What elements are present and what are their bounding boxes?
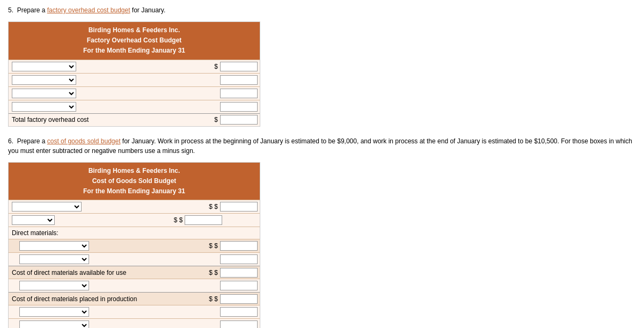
cogs-extra-row2-input-area: [218, 319, 260, 328]
table5-row3-input-area: [218, 88, 260, 99]
cogs-dm-placed-input[interactable]: [220, 294, 258, 304]
table5-title2: Factory Overhead Cost Budget: [11, 35, 258, 46]
table5-row2-input[interactable]: [220, 75, 258, 85]
cogs-extra-row2-select[interactable]: [19, 320, 89, 328]
table5-total-input-area: $: [211, 114, 260, 126]
cogs-row1-select[interactable]: [12, 202, 82, 212]
cogs-row2-input-area: $ $: [135, 214, 260, 226]
table5-row3-label: [9, 87, 218, 100]
factory-overhead-table: Birding Homes & Feeders Inc. Factory Ove…: [8, 21, 260, 127]
cogs-dm-row2-input[interactable]: [220, 254, 258, 264]
table5-row4-input-area: [218, 101, 260, 113]
table5-row-2: [9, 73, 260, 86]
cogs-table: Birding Homes & Feeders Inc. Cost of Goo…: [8, 162, 260, 328]
table5-row1-input[interactable]: [220, 62, 258, 71]
cogs-row2-label: [9, 214, 135, 227]
cogs-dm-row3-input[interactable]: [220, 281, 258, 290]
cogs-row1-input-area: $ $: [206, 201, 260, 213]
table5-row2-label: [9, 74, 218, 86]
table5-row2-select[interactable]: [12, 75, 76, 85]
table6-title3: For the Month Ending January 31: [11, 186, 258, 196]
table5-row-1: $: [9, 60, 260, 73]
cogs-row1-label: [9, 200, 206, 213]
table5-row3-input[interactable]: [220, 89, 258, 98]
cogs-extra-row1-select[interactable]: [19, 307, 89, 317]
cogs-dm-avail-input[interactable]: [220, 268, 258, 278]
cogs-dm-row1-dollar: $ $: [208, 242, 219, 250]
cogs-row2-dollar: $ $: [173, 216, 184, 224]
cogs-dm-row1-input[interactable]: [220, 241, 258, 251]
table5-row3-select[interactable]: [12, 89, 76, 98]
cogs-dm-placed-input-area: $ $: [206, 293, 260, 305]
table5-total-row: Total factory overhead cost $: [9, 113, 260, 126]
cogs-dm-row3-select[interactable]: [19, 281, 89, 290]
cogs-dm-placed-row: Cost of direct materials placed in produ…: [9, 292, 260, 305]
instruction-5: 5. Prepare a factory overhead cost budge…: [8, 5, 636, 15]
table5-header: Birding Homes & Feeders Inc. Factory Ove…: [9, 22, 260, 60]
table5-row1-input-area: $: [211, 61, 260, 72]
table6-title1: Birding Homes & Feeders Inc.: [11, 166, 258, 176]
cogs-row-2: $ $: [9, 213, 260, 227]
cogs-extra-row1-input-area: [218, 306, 260, 318]
table5-row-3: [9, 86, 260, 100]
cogs-extra-row1: [9, 305, 260, 318]
cogs-direct-materials-label: Direct materials:: [9, 227, 260, 239]
table5-row-4: [9, 100, 260, 113]
cogs-dm-row1-select[interactable]: [19, 241, 89, 251]
cogs-dm-row2-input-area: [218, 253, 260, 265]
table5-row1-select[interactable]: [12, 62, 76, 71]
cogs-dm-row1-label: [9, 239, 206, 252]
cogs-dm-placed-dollar: $ $: [208, 295, 219, 303]
cogs-dm-avail-input-area: $ $: [206, 267, 260, 279]
cogs-dm-row3: [9, 279, 260, 292]
cogs-dm-row2-select[interactable]: [19, 254, 89, 264]
cogs-dm-row3-input-area: [218, 280, 260, 291]
cogs-row-1: $ $: [9, 200, 260, 213]
cogs-extra-row1-label: [9, 305, 218, 318]
cogs-dm-placed-label: Cost of direct materials placed in produ…: [9, 294, 206, 304]
table5-total-input[interactable]: [220, 115, 258, 125]
cogs-row1-dollar1: $ $: [208, 203, 219, 210]
table5-row2-input-area: [218, 74, 260, 86]
cogs-dm-row3-label: [9, 279, 218, 292]
factory-overhead-link[interactable]: factory overhead cost budget: [47, 6, 130, 14]
table5-total-dollar: $: [213, 116, 219, 123]
cogs-dm-row1-input-area: $ $: [206, 240, 260, 252]
cogs-row2-input[interactable]: [185, 215, 222, 225]
table6-header: Birding Homes & Feeders Inc. Cost of Goo…: [9, 163, 260, 200]
cogs-extra-row2: [9, 318, 260, 328]
cogs-link[interactable]: cost of goods sold budget: [47, 137, 121, 145]
table5-row4-label: [9, 100, 218, 113]
cogs-row2-select[interactable]: [12, 215, 55, 225]
cogs-dm-avail-row: Cost of direct materials available for u…: [9, 266, 260, 279]
cogs-dm-avail-label: Cost of direct materials available for u…: [9, 267, 206, 278]
table5-row1-label: [9, 60, 211, 73]
table5-row4-input[interactable]: [220, 102, 258, 112]
table5-total-label: Total factory overhead cost: [9, 114, 211, 125]
table5-row1-dollar: $: [213, 63, 219, 70]
cogs-extra-row2-label: [9, 319, 218, 328]
cogs-dm-avail-dollar: $ $: [208, 269, 219, 276]
table6-title2: Cost of Goods Sold Budget: [11, 176, 258, 186]
table5-title1: Birding Homes & Feeders Inc.: [11, 25, 258, 35]
cogs-dm-row2-label: [9, 253, 218, 266]
cogs-extra-row2-input[interactable]: [220, 320, 258, 328]
cogs-dm-row2: [9, 252, 260, 266]
table5-row4-select[interactable]: [12, 102, 76, 112]
cogs-row1-input[interactable]: [220, 202, 258, 212]
table5-title3: For the Month Ending January 31: [11, 46, 258, 56]
instruction-6: 6. Prepare a cost of goods sold budget f…: [8, 136, 636, 156]
cogs-extra-row1-input[interactable]: [220, 307, 258, 317]
cogs-dm-row1: $ $: [9, 239, 260, 252]
